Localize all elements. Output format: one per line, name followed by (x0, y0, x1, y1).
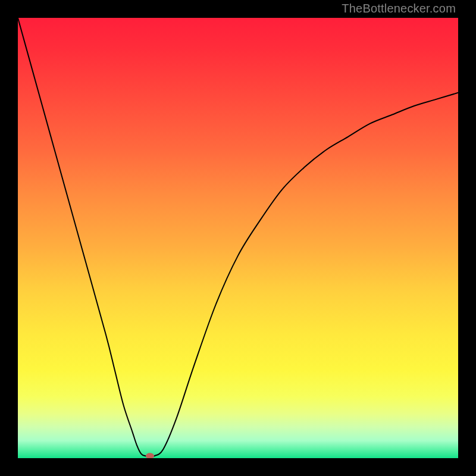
chart-frame: TheBottlenecker.com (0, 0, 476, 476)
curve-layer (18, 18, 458, 458)
plot-area (18, 18, 458, 458)
bottleneck-curve (18, 18, 458, 456)
attribution-text: TheBottlenecker.com (340, 2, 457, 17)
bottleneck-marker (146, 453, 154, 458)
